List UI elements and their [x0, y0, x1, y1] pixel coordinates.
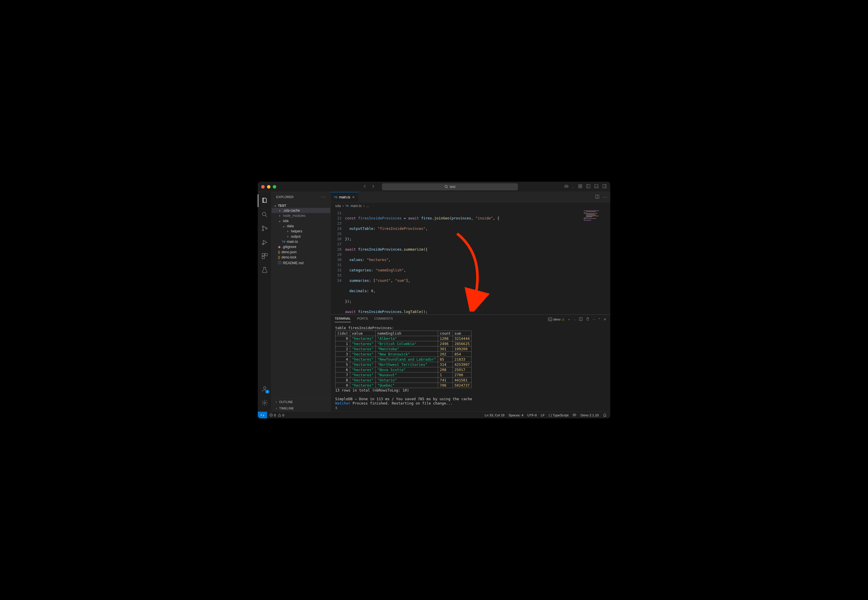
- close-panel-icon[interactable]: ✕: [603, 318, 606, 321]
- svg-point-22: [263, 386, 266, 389]
- toggle-secondary-sidebar-icon[interactable]: [602, 184, 607, 190]
- layout-customize-icon[interactable]: [578, 184, 582, 190]
- panel-tabs: TERMINAL PORTS COMMENTS deno ⚠ ＋ ⌄ ···: [331, 315, 610, 324]
- nav-back-icon[interactable]: [363, 184, 367, 189]
- tree-item-README-md[interactable]: ⓘREADME.md: [272, 260, 330, 266]
- svg-rect-10: [594, 185, 598, 188]
- svg-point-32: [575, 415, 575, 415]
- toggle-sidebar-icon[interactable]: [586, 184, 591, 190]
- status-spaces[interactable]: Spaces: 4: [509, 414, 523, 417]
- activity-explorer[interactable]: [258, 194, 272, 207]
- terminal-output[interactable]: table firesInsideProvinces: (idx)valuena…: [331, 324, 610, 411]
- ts-file-icon: TS: [345, 205, 349, 207]
- toggle-panel-icon[interactable]: [594, 184, 599, 190]
- gutter: 2122232425262728293031323334: [331, 209, 345, 314]
- minimap[interactable]: [582, 211, 607, 228]
- split-terminal-icon[interactable]: [579, 317, 583, 322]
- chevron-down-icon[interactable]: ⌄: [573, 318, 576, 321]
- status-left: 0 0: [267, 413, 284, 417]
- status-copilot-icon[interactable]: [572, 413, 576, 418]
- ts-file-icon: TS: [334, 196, 337, 198]
- traffic-lights: [261, 185, 276, 189]
- code-content: const firesInsideProvinces = await fires…: [345, 209, 499, 314]
- sidebar-bottom: ›OUTLINE ›TIMELINE: [272, 398, 330, 411]
- remote-indicator[interactable]: [258, 412, 267, 418]
- tab-main-ts[interactable]: TS main.ts ✕: [331, 192, 358, 202]
- chevron-up-icon[interactable]: ⌃: [598, 318, 601, 321]
- terminal-done: SimpleDB — Done in 113 ms / You saved 78…: [335, 397, 606, 401]
- terminal-profile[interactable]: deno ⚠: [548, 317, 564, 321]
- panel-tab-ports[interactable]: PORTS: [357, 317, 368, 322]
- bell-icon[interactable]: [603, 413, 607, 418]
- activity-settings[interactable]: [258, 397, 272, 409]
- gear-icon: [261, 399, 268, 406]
- svg-rect-4: [578, 185, 580, 186]
- activity-testing[interactable]: [258, 264, 272, 276]
- maximize-window[interactable]: [273, 185, 276, 189]
- svg-rect-26: [549, 318, 552, 321]
- split-editor-icon[interactable]: [595, 194, 600, 200]
- activity-debug[interactable]: [258, 236, 272, 248]
- new-terminal-icon[interactable]: ＋: [567, 317, 571, 322]
- tree-item-node_modules[interactable]: ›node_modules: [272, 213, 330, 218]
- tree-item-main-ts[interactable]: TSmain.ts: [272, 239, 330, 244]
- sidebar-title: EXPLORER: [276, 195, 293, 198]
- activity-scm[interactable]: [258, 222, 272, 235]
- svg-rect-5: [581, 185, 582, 186]
- tree-item-sda[interactable]: ⌄sda: [272, 218, 330, 223]
- status-problems[interactable]: 0 0: [269, 413, 284, 417]
- svg-point-2: [565, 186, 566, 186]
- body-area: 1 EXPLORER ··· ⌄ TEST ›.sda-cache›node_m…: [258, 192, 610, 411]
- copilot-icon[interactable]: [564, 184, 569, 190]
- panel-tab-terminal[interactable]: TERMINAL: [334, 317, 351, 322]
- tree-item-output[interactable]: ›output: [272, 234, 330, 239]
- tree-item--gitignore[interactable]: ◆.gitignore: [272, 244, 330, 250]
- tree-item-deno-lock[interactable]: {}deno.lock: [272, 255, 330, 260]
- terminal-header: table firesInsideProvinces:: [335, 326, 606, 330]
- terminal-cursor: ▯: [335, 405, 606, 410]
- status-bar: 0 0 Ln 33, Col 18 Spaces: 4 UTF-8 LF { }…: [258, 411, 610, 418]
- status-encoding[interactable]: UTF-8: [527, 414, 537, 417]
- activity-search[interactable]: [258, 208, 272, 221]
- tree-item--sda-cache[interactable]: ›.sda-cache: [272, 208, 330, 213]
- command-center[interactable]: test: [382, 183, 518, 190]
- timeline-section[interactable]: ›TIMELINE: [272, 405, 330, 411]
- account-badge: 1: [265, 390, 269, 394]
- nav-forward-icon[interactable]: [371, 184, 375, 189]
- tree-item-helpers[interactable]: ›helpers: [272, 229, 330, 234]
- search-text: test: [450, 185, 455, 189]
- beaker-icon: [261, 267, 268, 273]
- workspace-folder[interactable]: ⌄ TEST: [272, 203, 330, 208]
- sidebar-more-icon[interactable]: ···: [321, 194, 326, 200]
- warning-icon: ⚠: [562, 318, 565, 321]
- files-icon: [261, 197, 268, 204]
- activity-bar: 1: [258, 192, 272, 411]
- chevron-down-icon[interactable]: ⌄: [572, 185, 575, 188]
- trash-icon[interactable]: [586, 317, 590, 322]
- main-area: TS main.ts ✕ ··· sda› TS main.ts› ... 21…: [331, 192, 610, 411]
- tree-item-data[interactable]: ⌄data: [272, 223, 330, 229]
- panel-actions: deno ⚠ ＋ ⌄ ··· ⌃ ✕: [548, 317, 606, 322]
- editor-actions: ···: [591, 192, 610, 202]
- close-icon[interactable]: ✕: [352, 195, 355, 199]
- activity-accounts[interactable]: 1: [258, 383, 272, 395]
- svg-rect-1: [565, 185, 568, 187]
- svg-point-3: [567, 186, 567, 186]
- tree-item-deno-json[interactable]: {}deno.json: [272, 250, 330, 255]
- panel-tab-comments[interactable]: COMMENTS: [374, 317, 393, 322]
- status-language[interactable]: { } TypeScript: [549, 414, 569, 417]
- status-deno[interactable]: Deno 2.1.10: [581, 414, 599, 417]
- more-icon[interactable]: ···: [593, 318, 595, 321]
- activity-extensions[interactable]: [258, 250, 272, 262]
- status-eol[interactable]: LF: [541, 414, 545, 417]
- svg-rect-30: [573, 414, 576, 416]
- code-editor[interactable]: 2122232425262728293031323334 const fires…: [331, 209, 610, 314]
- bottom-panel: TERMINAL PORTS COMMENTS deno ⚠ ＋ ⌄ ···: [331, 314, 610, 411]
- close-window[interactable]: [261, 185, 265, 189]
- minimize-window[interactable]: [267, 185, 271, 189]
- breadcrumb[interactable]: sda› TS main.ts› ...: [331, 202, 610, 209]
- more-icon[interactable]: ···: [603, 195, 607, 200]
- status-cursor[interactable]: Ln 33, Col 18: [485, 414, 505, 417]
- vscode-window: test ⌄ 1 EXPLORER: [258, 182, 610, 418]
- outline-section[interactable]: ›OUTLINE: [272, 399, 330, 405]
